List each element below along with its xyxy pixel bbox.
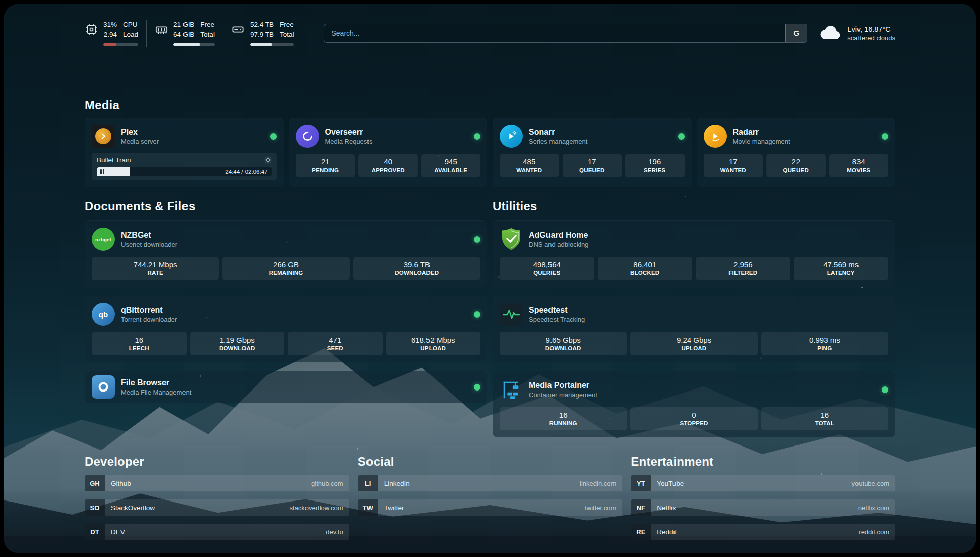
stat-upload: 9.24 GbpsUPLOAD: [630, 332, 757, 355]
speedtest-icon: [500, 303, 523, 326]
stat-download: 1.19 GbpsDOWNLOAD: [190, 332, 285, 355]
app-card-filebrowser[interactable]: File Browser Media File Management: [85, 371, 487, 403]
section-utilities: Utilities AdGuard Home: [493, 199, 895, 437]
bookmark-name: YouTube: [657, 480, 684, 487]
app-subtitle: Usenet downloader: [121, 241, 177, 248]
bookmark-url: twitter.com: [585, 504, 616, 512]
stat-queued: 17QUEUED: [563, 154, 622, 177]
app-card-overseerr[interactable]: Overseerr Media Requests 21PENDING 40APP…: [289, 118, 488, 187]
ram-progress-bar: [173, 43, 215, 46]
bookmark-name: Twitter: [384, 504, 404, 512]
bookmark-name: DEV: [111, 528, 125, 536]
app-name: Speedtest: [529, 306, 585, 315]
top-bar: 31% 2.94 CPU Load: [85, 19, 895, 47]
app-name: NZBGet: [121, 231, 177, 240]
stat-stopped: 0STOPPED: [630, 407, 757, 430]
stat-seed: 471SEED: [288, 332, 383, 355]
app-name: Plex: [121, 128, 159, 137]
section-media: Media Plex Media server: [85, 98, 895, 187]
bookmark-twitter[interactable]: TW Twitter twitter.com: [358, 499, 623, 516]
stat-upload: 618.52 MbpsUPLOAD: [386, 332, 481, 355]
adguard-icon: [500, 228, 523, 251]
seek-bar[interactable]: 24:44 / 02:06:47: [97, 167, 272, 176]
app-subtitle: Series management: [529, 138, 587, 145]
stat-pending: 21PENDING: [296, 154, 355, 177]
bookmark-url: youtube.com: [852, 480, 889, 487]
bookmark-stackoverflow[interactable]: SO StackOverflow stackoverflow.com: [85, 499, 349, 516]
bookmark-url: github.com: [311, 480, 343, 487]
app-subtitle: Container management: [529, 391, 597, 399]
section-documents-files: Documents & Files nzbget NZBGet Usenet d…: [85, 199, 487, 437]
section-title-social: Social: [358, 455, 623, 469]
disk-free-value: 52.4 TB: [250, 20, 274, 30]
sonarr-icon: [500, 125, 523, 148]
app-card-qbittorrent[interactable]: qb qBittorrent Torrent downloader 16LEEC…: [85, 296, 487, 362]
app-card-adguard[interactable]: AdGuard Home DNS and adblocking 498,564Q…: [493, 220, 895, 287]
memory-usage-widget: 21 GiB 64 GiB Free Total: [155, 20, 223, 47]
app-card-speedtest[interactable]: Speedtest Speedtest Tracking 9.65 GbpsDO…: [493, 296, 895, 362]
bookmark-reddit[interactable]: RE Reddit reddit.com: [631, 524, 895, 540]
nzbget-icon: nzbget: [92, 228, 115, 251]
bookmark-url: netflix.com: [858, 504, 889, 512]
status-dot: [882, 133, 888, 140]
bookmark-abbr: TW: [358, 499, 378, 516]
stat-wanted: 485WANTED: [500, 154, 559, 177]
stat-total: 16TOTAL: [761, 407, 888, 430]
bookmarks-social: Social LI LinkedIn linkedin.com TW Twitt…: [358, 455, 623, 516]
cpu-percent-value: 31%: [103, 20, 117, 30]
bookmark-github[interactable]: GH Github github.com: [85, 475, 349, 491]
disk-free-label: Free: [280, 20, 294, 30]
app-card-radarr[interactable]: Radarr Movie management 17WANTED 22QUEUE…: [697, 118, 896, 187]
bookmark-dev[interactable]: DT DEV dev.to: [85, 524, 349, 540]
stat-downloaded: 39.6 TBDOWNLOADED: [353, 257, 480, 280]
stat-approved: 40APPROVED: [358, 154, 418, 177]
app-name: Overseerr: [325, 128, 373, 137]
pause-button[interactable]: [100, 169, 104, 174]
bookmark-abbr: LI: [358, 475, 378, 491]
section-title-developer: Developer: [85, 455, 349, 469]
stat-rate: 744.21 MbpsRATE: [92, 257, 219, 280]
search-engine-button[interactable]: G: [785, 24, 807, 42]
radarr-icon: [704, 125, 727, 148]
search-input[interactable]: [324, 24, 785, 42]
stat-blocked: 86,401BLOCKED: [598, 257, 693, 280]
ram-total-label: Total: [200, 30, 215, 40]
settings-gear-icon[interactable]: [264, 156, 272, 164]
qbittorrent-icon: qb: [92, 303, 115, 326]
cpu-load-value: 2.94: [104, 30, 117, 40]
bookmark-abbr: YT: [631, 475, 651, 491]
dashboard-window: 31% 2.94 CPU Load: [4, 4, 976, 553]
stat-filtered: 2,956FILTERED: [696, 257, 790, 280]
stat-queries: 498,564QUERIES: [500, 257, 594, 280]
weather-location: Lviv, 16.87°C: [847, 25, 895, 33]
disk-total-value: 97.9 TB: [250, 30, 274, 40]
plex-now-playing: Bullet Train 24:44 / 02:06:47: [92, 153, 277, 180]
disk-icon: [231, 23, 245, 36]
stat-ping: 0.993 msPING: [761, 332, 888, 355]
bookmark-name: Netflix: [657, 504, 676, 512]
ram-free-label: Free: [200, 20, 215, 30]
stat-available: 945AVAILABLE: [421, 154, 481, 177]
bookmark-youtube[interactable]: YT YouTube youtube.com: [631, 475, 895, 491]
bookmark-abbr: RE: [631, 524, 651, 540]
disk-usage-widget: 52.4 TB 97.9 TB Free Total: [231, 20, 303, 47]
stat-remaining: 266 GBREMAINING: [222, 257, 349, 280]
app-card-portainer[interactable]: Media Portainer Container management 16R…: [493, 371, 895, 437]
ram-free-value: 21 GiB: [173, 20, 194, 30]
bookmark-url: linkedin.com: [580, 480, 616, 487]
stat-leech: 16LEECH: [92, 332, 187, 355]
app-card-plex[interactable]: Plex Media server Bullet Train: [85, 118, 284, 187]
cpu-load-label: Load: [123, 30, 138, 40]
app-card-nzbget[interactable]: nzbget NZBGet Usenet downloader 744.21 M…: [85, 220, 487, 287]
app-name: Sonarr: [529, 128, 587, 137]
bookmark-name: StackOverflow: [111, 504, 155, 512]
app-subtitle: DNS and adblocking: [529, 241, 589, 248]
section-title-entertainment: Entertainment: [631, 455, 895, 469]
stat-running: 16RUNNING: [500, 407, 627, 430]
bookmark-abbr: SO: [85, 499, 105, 516]
bookmark-linkedin[interactable]: LI LinkedIn linkedin.com: [358, 475, 623, 491]
app-card-sonarr[interactable]: Sonarr Series management 485WANTED 17QUE…: [493, 118, 692, 187]
bookmark-netflix[interactable]: NF Netflix netflix.com: [631, 499, 895, 516]
bookmark-abbr: GH: [85, 475, 105, 491]
ram-total-value: 64 GiB: [173, 30, 194, 40]
